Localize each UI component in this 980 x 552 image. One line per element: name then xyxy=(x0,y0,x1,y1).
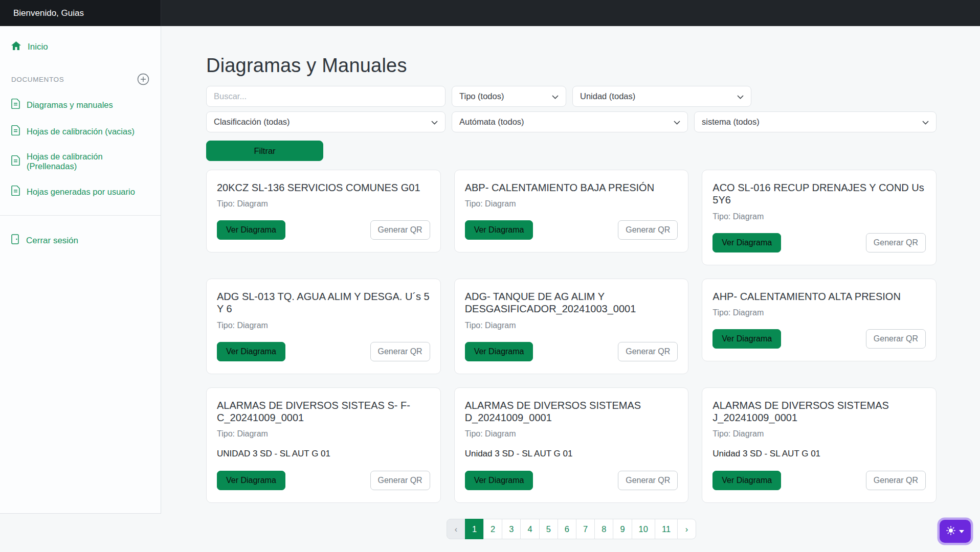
card-type: Tipo: Diagram xyxy=(217,429,430,439)
document-card: AHP- CALENTAMIENTO ALTA PRESION Tipo: Di… xyxy=(702,279,937,361)
pagination-page-2[interactable]: 2 xyxy=(483,519,502,539)
file-text-icon xyxy=(11,186,20,198)
sidebar: Inicio DOCUMENTOS Diagramas y manuales xyxy=(0,26,161,514)
pagination-page-3[interactable]: 3 xyxy=(502,519,521,539)
sidebar-divider xyxy=(0,215,161,216)
generate-qr-button[interactable]: Generar QR xyxy=(618,220,678,240)
generate-qr-button[interactable]: Generar QR xyxy=(866,471,926,490)
pagination-page-6[interactable]: 6 xyxy=(558,519,576,539)
tipo-select-value: Tipo (todos) xyxy=(459,91,504,101)
card-title: 20KCZ SL-136 SERVICIOS COMUNES G01 xyxy=(217,181,430,194)
pagination-page-5[interactable]: 5 xyxy=(539,519,558,539)
filters-panel: Tipo (todos) Unidad (todas) Clasificació… xyxy=(206,86,937,161)
topbar-spacer xyxy=(161,0,980,26)
sidebar-item-inicio[interactable]: Inicio xyxy=(11,41,149,53)
pagination-page-1[interactable]: 1 xyxy=(465,519,484,539)
sidebar-item-diagramas-y-manuales[interactable]: Diagramas y manuales xyxy=(11,99,149,111)
sidebar-item-hojas-generadas-usuario[interactable]: Hojas generadas por usuario xyxy=(11,186,149,198)
generate-qr-button[interactable]: Generar QR xyxy=(618,342,678,361)
sidebar-item-label: Hojas generadas por usuario xyxy=(27,187,135,197)
add-document-icon[interactable] xyxy=(137,73,149,85)
pagination-page-4[interactable]: 4 xyxy=(520,519,539,539)
pagination-page-9[interactable]: 9 xyxy=(613,519,632,539)
chevron-down-icon xyxy=(431,117,438,127)
search-input[interactable] xyxy=(206,86,446,107)
card-unit: Unidad 3 SD - SL AUT G 01 xyxy=(712,449,926,459)
card-title: ABP- CALENTAMIENTO BAJA PRESIÓN xyxy=(465,181,678,194)
document-card: ADG- TANQUE DE AG ALIM Y DESGASIFICADOR_… xyxy=(454,279,689,374)
view-diagram-button[interactable]: Ver Diagrama xyxy=(712,471,781,490)
card-type: Tipo: Diagram xyxy=(217,321,430,330)
card-title: ADG- TANQUE DE AG ALIM Y DESGASIFICADOR_… xyxy=(465,290,678,315)
file-text-icon xyxy=(11,99,20,111)
card-type: Tipo: Diagram xyxy=(712,212,926,221)
view-diagram-button[interactable]: Ver Diagrama xyxy=(465,342,533,361)
card-type: Tipo: Diagram xyxy=(465,429,678,439)
view-diagram-button[interactable]: Ver Diagrama xyxy=(217,471,285,490)
page-title: Diagramas y Manuales xyxy=(206,55,980,77)
generate-qr-button[interactable]: Generar QR xyxy=(866,329,926,349)
card-unit: Unidad 3 SD - SL AUT G 01 xyxy=(465,449,678,459)
pagination-page-11[interactable]: 11 xyxy=(655,519,678,539)
sistema-select[interactable]: sistema (todos) xyxy=(694,111,937,132)
document-card: 20KCZ SL-136 SERVICIOS COMUNES G01 Tipo:… xyxy=(206,170,441,252)
card-type: Tipo: Diagram xyxy=(712,308,926,317)
pagination-prev[interactable]: ‹ xyxy=(447,519,465,539)
logout-label: Cerrar sesión xyxy=(26,236,78,246)
sistema-select-value: sistema (todos) xyxy=(702,117,760,127)
card-type: Tipo: Diagram xyxy=(217,199,430,209)
sidebar-item-label: Diagramas y manuales xyxy=(27,100,113,110)
tipo-select[interactable]: Tipo (todos) xyxy=(452,86,566,107)
welcome-banner: Bienvenido, Guias xyxy=(0,0,161,26)
pagination-next[interactable]: › xyxy=(677,519,696,539)
pagination-page-7[interactable]: 7 xyxy=(576,519,595,539)
document-card: ALARMAS DE DIVERSOS SISTEAS S- F-C_20241… xyxy=(206,387,441,503)
view-diagram-button[interactable]: Ver Diagrama xyxy=(712,329,781,349)
generate-qr-button[interactable]: Generar QR xyxy=(370,471,430,490)
generate-qr-button[interactable]: Generar QR xyxy=(618,471,678,490)
view-diagram-button[interactable]: Ver Diagrama xyxy=(465,220,533,240)
pagination-page-10[interactable]: 10 xyxy=(632,519,655,539)
sidebar-item-hojas-calibracion-vacias[interactable]: Hojas de calibración (vacias) xyxy=(11,125,149,137)
chevron-down-icon xyxy=(922,117,929,127)
sidebar-item-label: Hojas de calibración (vacias) xyxy=(27,127,135,136)
topbar: Bienvenido, Guias xyxy=(0,0,980,26)
pagination-page-8[interactable]: 8 xyxy=(594,519,613,539)
generate-qr-button[interactable]: Generar QR xyxy=(370,342,430,361)
documents-grid: 20KCZ SL-136 SERVICIOS COMUNES G01 Tipo:… xyxy=(206,170,937,503)
logout-icon xyxy=(11,234,19,247)
document-card: ADG SL-013 TQ. AGUA ALIM Y DESGA. U´s 5 … xyxy=(206,279,441,374)
view-diagram-button[interactable]: Ver Diagrama xyxy=(217,220,285,240)
unidad-select[interactable]: Unidad (todas) xyxy=(572,86,751,107)
card-title: AHP- CALENTAMIENTO ALTA PRESION xyxy=(712,290,926,303)
generate-qr-button[interactable]: Generar QR xyxy=(866,233,926,252)
automata-select-value: Autómata (todos) xyxy=(459,117,524,127)
card-unit: UNIDAD 3 SD - SL AUT G 01 xyxy=(217,449,430,459)
clasificacion-select[interactable]: Clasificación (todas) xyxy=(206,111,446,132)
card-title: ADG SL-013 TQ. AGUA ALIM Y DESGA. U´s 5 … xyxy=(217,290,430,315)
chevron-down-icon xyxy=(674,117,680,127)
card-type: Tipo: Diagram xyxy=(712,429,926,439)
sidebar-item-label: Inicio xyxy=(28,42,48,52)
view-diagram-button[interactable]: Ver Diagrama xyxy=(465,471,533,490)
logout-button[interactable]: Cerrar sesión xyxy=(11,234,149,247)
file-text-icon xyxy=(11,155,20,168)
theme-toggle-button[interactable] xyxy=(940,520,971,543)
card-title: ALARMAS DE DIVERSOS SISTEMAS D_20241009_… xyxy=(465,399,678,424)
sidebar-item-hojas-calibracion-prellenadas[interactable]: Hojas de calibración (Prellenadas) xyxy=(11,152,149,171)
filter-button[interactable]: Filtrar xyxy=(206,141,323,161)
chevron-down-icon xyxy=(552,91,559,101)
card-title: ACO SL-016 RECUP DRENAJES Y COND Us 5Y6 xyxy=(712,181,926,206)
welcome-text: Bienvenido, Guias xyxy=(13,8,84,18)
card-title: ALARMAS DE DIVERSOS SISTEAS S- F-C_20241… xyxy=(217,399,430,424)
view-diagram-button[interactable]: Ver Diagrama xyxy=(712,233,781,252)
chevron-down-icon xyxy=(737,91,744,101)
automata-select[interactable]: Autómata (todos) xyxy=(452,111,688,132)
home-icon xyxy=(11,41,21,53)
card-type: Tipo: Diagram xyxy=(465,199,678,209)
document-card: ACO SL-016 RECUP DRENAJES Y COND Us 5Y6 … xyxy=(702,170,937,265)
document-card: ALARMAS DE DIVERSOS SISTEMAS D_20241009_… xyxy=(454,387,689,503)
view-diagram-button[interactable]: Ver Diagrama xyxy=(217,342,285,361)
generate-qr-button[interactable]: Generar QR xyxy=(370,220,430,240)
pagination: ‹ 1 2 3 4 5 6 7 8 9 10 11 › xyxy=(206,519,937,539)
